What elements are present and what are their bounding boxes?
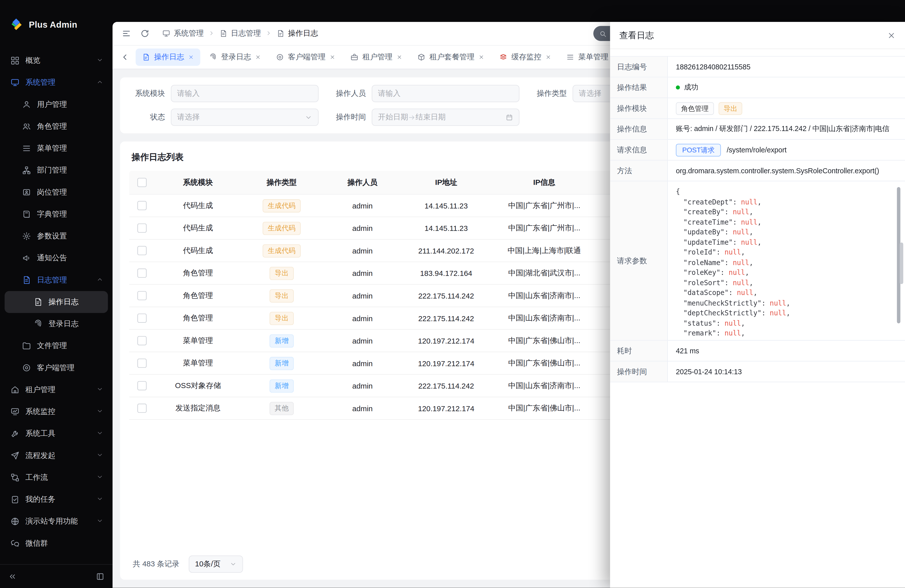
row-checkbox[interactable] <box>137 404 146 413</box>
detail-label: 操作时间 <box>610 361 668 381</box>
file-icon <box>22 341 31 351</box>
cell-ip: 222.175.114.242 <box>403 381 489 390</box>
row-checkbox[interactable] <box>137 291 146 300</box>
tab-close-icon[interactable] <box>397 54 402 60</box>
column-header: 系统模块 <box>155 177 241 188</box>
sidebar-item-system[interactable]: 系统管理 <box>5 72 108 94</box>
json-line: "status": null, <box>676 318 894 329</box>
sidebar-item-opLog[interactable]: 操作日志 <box>5 291 108 313</box>
sidebar-item-workflow[interactable]: 工作流 <box>5 467 108 488</box>
sidebar-item-client[interactable]: 客户端管理 <box>5 357 108 379</box>
tab-close-icon[interactable] <box>330 54 335 60</box>
row-checkbox[interactable] <box>137 269 146 278</box>
page-size-select[interactable]: 10条/页 <box>189 556 243 573</box>
tab-0[interactable]: 操作日志 <box>136 49 200 66</box>
pin-sidebar-icon[interactable] <box>96 572 104 580</box>
detail-label: 请求参数 <box>610 181 668 340</box>
tab-3[interactable]: 租户管理 <box>344 49 408 66</box>
sidebar-item-loginLog[interactable]: 登录日志 <box>5 313 108 335</box>
sidebar-item-monitorStat[interactable]: 系统监控 <box>5 400 108 423</box>
sidebar-item-dashboard[interactable]: 概览 <box>5 49 108 72</box>
sidebar-item-notice[interactable]: 通知公告 <box>5 247 108 269</box>
cell-ip: 183.94.172.164 <box>403 269 489 277</box>
cell-module: 发送指定消息 <box>155 403 241 413</box>
tab-2[interactable]: 客户端管理 <box>270 49 341 66</box>
row-checkbox[interactable] <box>137 336 146 346</box>
cell-module: 菜单管理 <box>155 358 241 368</box>
hamburger-icon[interactable] <box>118 25 135 41</box>
tab-close-icon[interactable] <box>188 54 194 60</box>
breadcrumb-item[interactable]: 日志管理 <box>219 28 261 38</box>
sidebar-item-param[interactable]: 参数设置 <box>5 225 108 247</box>
request-params-json: {"createDept": null,"createBy": null,"cr… <box>676 185 902 341</box>
sidebar-item-send[interactable]: 流程发起 <box>5 445 108 467</box>
json-line: "roleKey": null, <box>676 268 894 278</box>
row-checkbox[interactable] <box>137 246 146 256</box>
drawer-header: 查看日志 <box>610 22 905 49</box>
row-checkbox[interactable] <box>137 201 146 210</box>
tab-close-icon[interactable] <box>255 54 261 60</box>
sidebar-nav: 概览系统管理用户管理角色管理菜单管理部门管理岗位管理字典管理参数设置通知公告日志… <box>0 49 113 554</box>
sidebar-item-post[interactable]: 岗位管理 <box>5 181 108 203</box>
detail-value: 2025-01-24 10:14:13 <box>668 361 905 381</box>
action-type-badge: 导出 <box>270 311 294 325</box>
detail-label: 请求信息 <box>610 140 668 160</box>
tab-4[interactable]: 租户套餐管理 <box>411 49 491 66</box>
sidebar-item-log[interactable]: 日志管理 <box>5 269 108 291</box>
cell-operator: admin <box>322 381 403 390</box>
detail-value: 1882612840802115585 <box>668 57 905 77</box>
sidebar-item-role[interactable]: 角色管理 <box>5 116 108 137</box>
breadcrumb-item[interactable]: 操作日志 <box>276 28 318 38</box>
sidebar-item-file[interactable]: 文件管理 <box>5 335 108 357</box>
breadcrumb-separator-icon <box>208 29 215 38</box>
sidebar-item-dict[interactable]: 字典管理 <box>5 203 108 225</box>
row-checkbox[interactable] <box>137 224 146 233</box>
cell-ip: 120.197.212.174 <box>403 359 489 367</box>
sidebar-item-tenant[interactable]: 租户管理 <box>5 379 108 400</box>
operation-time-range-picker[interactable]: 开始日期结束日期 <box>372 109 520 126</box>
row-checkbox[interactable] <box>137 359 146 368</box>
sidebar-item-dept[interactable]: 部门管理 <box>5 159 108 181</box>
dashboard-icon <box>10 56 20 65</box>
detail-row: 请求参数{"createDept": null,"createBy": null… <box>610 181 905 341</box>
row-checkbox[interactable] <box>137 381 146 391</box>
json-line: "roleSort": null, <box>676 278 894 288</box>
cell-module: 代码生成 <box>155 223 241 233</box>
cell-operator: admin <box>322 291 403 300</box>
row-checkbox[interactable] <box>137 314 146 323</box>
sidebar-item-tools[interactable]: 系统工具 <box>5 423 108 445</box>
close-icon[interactable] <box>887 31 896 40</box>
system-module-input[interactable]: 请输入 <box>171 85 319 102</box>
sidebar-item-demo[interactable]: 演示站专用功能 <box>5 510 108 532</box>
tab-close-icon[interactable] <box>546 54 551 60</box>
json-line: "deptCheckStrictly": null, <box>676 308 894 318</box>
tab-close-icon[interactable] <box>478 54 484 60</box>
tabs-scroll-left-icon[interactable] <box>117 49 133 65</box>
sidebar-item-tasks[interactable]: 我的任务 <box>5 488 108 510</box>
cell-ip: 14.145.11.23 <box>403 224 489 232</box>
package-icon <box>417 53 426 61</box>
sidebar-item-user[interactable]: 用户管理 <box>5 94 108 116</box>
sidebar-item-menu[interactable]: 菜单管理 <box>5 137 108 159</box>
collapse-sidebar-icon[interactable] <box>8 572 17 580</box>
tenant-icon <box>10 385 20 394</box>
detail-row: 耗时421 ms <box>610 341 905 362</box>
select-all-checkbox[interactable] <box>137 178 146 188</box>
drawer-scrollbar-thumb[interactable] <box>900 242 903 284</box>
breadcrumb-item[interactable]: 系统管理 <box>162 28 204 38</box>
detail-label: 耗时 <box>610 341 668 361</box>
action-type-badge: 其他 <box>270 402 294 415</box>
tab-5[interactable]: 缓存监控 <box>493 49 557 66</box>
sidebar-item-wechat[interactable]: 微信群 <box>5 532 108 554</box>
chevron-down-icon <box>96 56 103 65</box>
operator-input[interactable]: 请输入 <box>372 85 520 102</box>
refresh-icon[interactable] <box>137 25 153 41</box>
status-select[interactable]: 请选择 <box>171 109 319 126</box>
cell-module: 角色管理 <box>155 291 241 301</box>
monitorStat-icon <box>10 407 20 416</box>
tab-1[interactable]: 登录日志 <box>203 49 267 66</box>
log-icon <box>219 29 227 38</box>
cell-ip-info: 中国|广东省|佛山市|... <box>489 403 599 413</box>
filter-item: 系统模块请输入 <box>129 85 319 102</box>
cell-module: OSS对象存储 <box>155 380 241 391</box>
